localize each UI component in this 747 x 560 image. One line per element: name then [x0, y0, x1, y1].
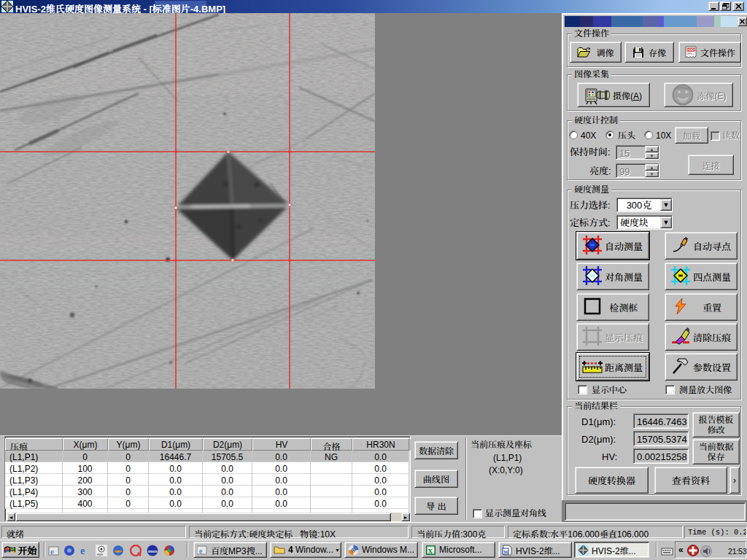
svg-text:DOC: DOC: [688, 48, 696, 52]
svg-text:X: X: [428, 547, 433, 554]
svg-text:msn: msn: [148, 549, 158, 553]
svg-text:W: W: [503, 549, 508, 555]
svg-text:e: e: [199, 547, 203, 555]
svg-text:e: e: [80, 545, 85, 556]
svg-text:e: e: [50, 547, 54, 556]
svg-text:eye: eye: [97, 552, 103, 556]
